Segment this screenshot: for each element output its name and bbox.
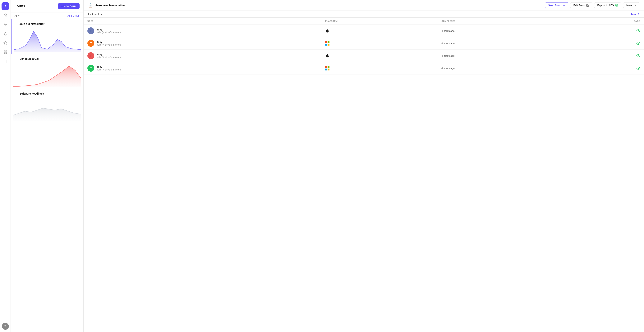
col-platform: PLATFORM [322, 18, 438, 25]
tags-cell[interactable] [564, 50, 644, 62]
completed-cell: 4 hours ago [438, 50, 564, 62]
form-list-item[interactable]: ⋮ Join our Newsletter [11, 19, 84, 54]
form-list-item[interactable]: ⋮ Software Feedback [11, 89, 84, 124]
form-chart [11, 97, 84, 124]
form-chart [11, 62, 84, 89]
svg-rect-2 [6, 51, 7, 52]
platform-cell [322, 37, 438, 50]
user-info: Tony hello@nativeforms.com [96, 28, 121, 34]
submissions-table: USER PLATFORM COMPLETED TAGS T Tony hell… [84, 18, 644, 74]
form-icon: 📋 [88, 3, 93, 8]
platform-cell [322, 25, 438, 37]
add-group-button[interactable]: Add Group [68, 14, 80, 17]
form-item-menu[interactable]: ⋮ [14, 22, 18, 26]
svg-point-13 [634, 5, 634, 5]
user-email: hello@nativeforms.com [96, 31, 121, 34]
date-filter-dropdown[interactable]: Last week [88, 13, 102, 15]
user-avatar[interactable]: T [2, 323, 9, 330]
platform-cell [322, 50, 438, 62]
col-user: USER [84, 18, 322, 25]
svg-point-16 [638, 30, 639, 31]
tags-cell[interactable] [564, 62, 644, 74]
apple-icon [325, 29, 330, 33]
user-avatar: T [88, 52, 94, 59]
form-item-name: Software Feedback [20, 92, 44, 95]
svg-rect-1 [4, 51, 5, 52]
eye-icon[interactable] [636, 41, 640, 45]
completed-cell: 4 hours ago [438, 25, 564, 37]
user-name: Tony [96, 28, 121, 31]
svg-rect-3 [4, 52, 5, 54]
eye-icon[interactable] [636, 29, 640, 33]
user-avatar: T [88, 65, 94, 72]
sidebar-item-grid[interactable] [2, 48, 9, 56]
svg-rect-4 [6, 52, 7, 54]
send-form-button[interactable]: Send Form [545, 2, 568, 8]
tags-cell[interactable] [564, 25, 644, 37]
current-form-title: Join our Newsletter [95, 3, 126, 7]
completed-cell: 4 hours ago [438, 62, 564, 74]
user-avatar: T [88, 40, 94, 47]
user-cell: T Tony hello@nativeforms.com [84, 37, 322, 50]
form-item-name: Schedule a Call [20, 57, 39, 60]
svg-point-18 [638, 55, 639, 56]
table-row[interactable]: T Tony hello@nativeforms.com 4 hours ago [84, 50, 644, 62]
svg-point-19 [638, 68, 639, 69]
user-info: Tony hello@nativeforms.com [96, 40, 121, 46]
sidebar: T [0, 0, 11, 332]
user-cell: T Tony hello@nativeforms.com [84, 25, 322, 37]
avatar[interactable]: T [2, 323, 9, 330]
tags-cell[interactable] [564, 37, 644, 50]
top-bar-actions: Send Form Edit Form Export to CSV More [545, 2, 640, 8]
forms-filter-row: All Add Group [11, 12, 84, 19]
top-bar: 📋 Join our Newsletter Send Form Edit For… [84, 0, 644, 11]
svg-point-17 [638, 43, 639, 44]
edit-form-button[interactable]: Edit Form [570, 2, 592, 8]
form-chart [12, 27, 84, 54]
new-form-button[interactable]: + New Form [58, 3, 80, 9]
table-container: USER PLATFORM COMPLETED TAGS T Tony hell… [84, 18, 644, 332]
svg-point-15 [636, 5, 636, 5]
sidebar-item-rocket[interactable] [2, 2, 9, 10]
forms-panel-title: Forms [14, 4, 25, 8]
user-avatar: T [88, 27, 94, 34]
user-name: Tony [96, 65, 121, 68]
user-cell: T Tony hello@nativeforms.com [84, 50, 322, 62]
main-content: 📋 Join our Newsletter Send Form Edit For… [84, 0, 644, 332]
export-csv-button[interactable]: Export to CSV [594, 2, 621, 8]
table-row[interactable]: T Tony hello@nativeforms.com 4 hours ago [84, 62, 644, 74]
eye-icon[interactable] [636, 66, 640, 70]
form-item-menu[interactable]: ⋮ [14, 92, 18, 95]
apple-icon [325, 54, 330, 58]
more-button[interactable]: More [623, 2, 640, 8]
sidebar-item-fire[interactable] [2, 30, 9, 37]
sidebar-item-chart[interactable] [2, 21, 9, 28]
user-name: Tony [96, 53, 121, 56]
forms-panel: Forms + New Form All Add Group ⋮ Join ou… [11, 0, 84, 332]
user-name: Tony [96, 40, 121, 43]
top-bar-left: 📋 Join our Newsletter [88, 3, 126, 8]
col-completed: COMPLETED [438, 18, 564, 25]
filter-all-dropdown[interactable]: All [14, 14, 20, 17]
form-list-item[interactable]: ⋮ Schedule a Call [11, 54, 84, 89]
user-email: hello@nativeforms.com [96, 68, 121, 71]
sidebar-item-star[interactable] [2, 39, 9, 47]
sidebar-item-calendar[interactable] [2, 57, 9, 65]
form-item-menu[interactable]: ⋮ [14, 57, 18, 60]
sub-toolbar: Last week Total: 1 [84, 11, 644, 18]
table-row[interactable]: T Tony hello@nativeforms.com 4 hours ago [84, 25, 644, 37]
user-cell: T Tony hello@nativeforms.com [84, 62, 322, 74]
completed-cell: 4 hours ago [438, 37, 564, 50]
table-row[interactable]: T Tony hello@nativeforms.com 4 hours ago [84, 37, 644, 50]
user-info: Tony hello@nativeforms.com [96, 65, 121, 71]
svg-marker-0 [4, 41, 7, 44]
table-body: T Tony hello@nativeforms.com 4 hours ago… [84, 25, 644, 74]
col-tags: TAGS [564, 18, 644, 25]
sidebar-item-home[interactable] [2, 11, 9, 19]
user-info: Tony hello@nativeforms.com [96, 53, 121, 59]
forms-list: ⋮ Join our Newsletter ⋮ Schedule a Call [11, 19, 84, 332]
svg-point-14 [634, 5, 635, 5]
eye-icon[interactable] [636, 54, 640, 58]
total-count: Total: 1 [631, 13, 640, 15]
form-item-name: Join our Newsletter [20, 22, 44, 25]
